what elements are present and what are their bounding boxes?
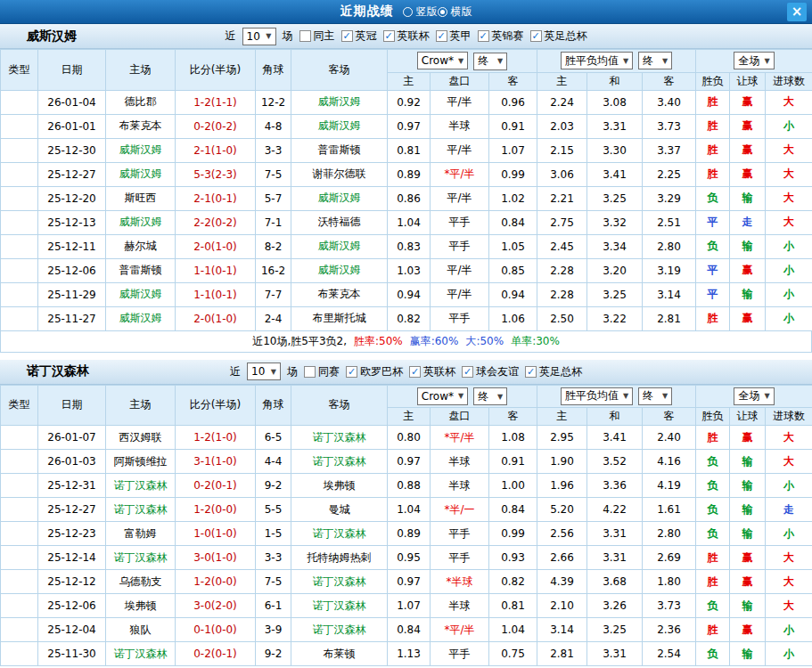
cell-result-handicap: 输 [730,522,766,546]
mean-header-group: 胜平负均值▼终▼ [537,50,696,73]
cell-date: 25-12-06 [38,258,106,282]
checkbox-icon[interactable]: ✓ [341,30,353,42]
col-type: 类型 [1,50,38,91]
cell-score: 3-0(1-0) [176,546,256,570]
cell-score: 1-0(1-0) [176,522,256,546]
dropdown-arrow-icon: ▼ [764,392,769,400]
checkbox-icon[interactable]: ✓ [478,30,489,42]
checkbox-icon[interactable] [304,366,316,378]
layout-radio-horizontal[interactable]: 横版 [438,4,472,20]
cell-odds-away: 0.82 [489,570,537,594]
cell-date: 25-12-31 [38,474,106,498]
cell-corners: 2-4 [256,306,291,330]
checkbox-label: 英锦赛 [492,29,524,44]
filter-checkbox-2[interactable]: ✓英联杯 [409,364,455,379]
cell-odds-home: 0.95 [388,546,431,570]
sub-handicap-result: 让球 [730,408,766,426]
cell-odds-away: 0.75 [489,642,537,666]
cell-result-handicap: 赢 [730,570,766,594]
odds-time-select[interactable]: 终▼ [473,53,507,70]
cell-away-team: 诺丁汉森林 [291,594,388,618]
scope-select[interactable]: 全场▼ [734,387,774,405]
table-row: 英超25-12-06埃弗顿3-0(2-0)6-1诺丁汉森林1.07半球0.812… [1,594,812,618]
scope-select[interactable]: 全场▼ [734,52,774,69]
cell-mean-draw: 3.08 [587,90,643,114]
odds-source-select-value: Crow* [422,54,454,67]
dropdown-arrow-icon: ▼ [497,57,503,65]
mean-time-select[interactable]: 终▼ [638,52,672,69]
cell-handicap: 半球 [431,114,489,138]
checkbox-icon[interactable] [299,30,311,42]
mean-source-select[interactable]: 胜平负均值▼ [561,387,633,405]
team-name: 威斯汉姆 [27,29,77,45]
checkbox-icon[interactable]: ✓ [525,366,537,378]
cell-odds-away: 0.99 [489,162,537,186]
cell-result-goals: 大 [766,186,812,210]
layout-radio-vertical[interactable]: 竖版 [403,4,438,20]
cell-handicap: 半球 [431,450,489,474]
cell-mean-home: 2.03 [537,114,587,138]
filter-checkbox-0[interactable]: 同主 [299,29,335,44]
cell-mean-away: 3.73 [643,114,696,138]
cell-odds-away: 1.02 [489,186,537,210]
checkbox-icon[interactable]: ✓ [409,366,421,378]
filter-checkbox-5[interactable]: ✓英足总杯 [530,29,587,44]
checkbox-label: 同主 [314,29,335,44]
checkbox-icon[interactable]: ✓ [436,30,447,42]
cell-result-outcome: 负 [696,594,730,618]
filter-checkbox-4[interactable]: ✓英足总杯 [525,364,582,379]
cell-date: 25-12-06 [38,594,106,618]
recent-results-popup: 近期战绩 竖版横版 × 威斯汉姆近10▼场同主✓英冠✓英联杯✓英甲✓英锦赛✓英足… [0,0,812,668]
cell-odds-away: 1.07 [489,138,537,162]
checkbox-icon[interactable]: ✓ [383,30,395,42]
col-away: 客场 [291,50,388,91]
section-gap [0,353,812,360]
cell-result-handicap: 输 [730,594,766,618]
cell-result-goals: 大 [766,426,812,450]
table-row: 英冠25-12-27威斯汉姆5-3(2-3)7-5谢菲尔德联0.89*平/半0.… [1,162,812,186]
odds-time-select[interactable]: 终▼ [473,387,507,405]
summary-cover-rate: 赢率:60% [410,335,459,347]
cell-result-outcome: 胜 [696,114,730,138]
games-label: 场 [283,29,293,44]
mean-time-select[interactable]: 终▼ [638,387,672,405]
table-row: 英冠25-12-13威斯汉姆2-2(0-2)7-1沃特福德1.04平手0.842… [1,210,812,234]
cell-result-outcome: 胜 [696,90,730,114]
cell-mean-away: 4.16 [643,450,696,474]
checkbox-icon[interactable]: ✓ [462,366,473,378]
filter-checkbox-0[interactable]: 同赛 [304,364,340,379]
match-count-select[interactable]: 10▼ [247,363,281,380]
cell-mean-draw: 3.25 [587,186,643,210]
cell-mean-home: 2.81 [537,642,587,666]
filter-checkbox-3[interactable]: ✓英甲 [436,29,472,44]
filter-checkbox-1[interactable]: ✓欧罗巴杯 [346,364,403,379]
col-type: 类型 [1,385,38,426]
cell-date: 25-11-30 [38,642,106,666]
mean-source-select[interactable]: 胜平负均值▼ [561,52,633,69]
cell-odds-away: 0.96 [489,90,537,114]
checkbox-icon[interactable]: ✓ [530,30,542,42]
cell-away-team: 布莱顿 [291,642,388,666]
cell-corners: 9-2 [256,474,291,498]
match-count-select[interactable]: 10▼ [242,28,276,45]
cell-home-team: 斯旺西 [106,186,176,210]
cell-date: 25-12-11 [38,234,106,258]
odds-source-select[interactable]: Crow*▼ [417,52,468,69]
close-button[interactable]: × [787,3,807,21]
cell-mean-draw: 3.36 [587,474,643,498]
odds-source-select[interactable]: Crow*▼ [417,387,468,405]
cell-away-team: 曼城 [291,498,388,522]
team-section: 诺丁汉森林近10▼场同赛✓欧罗巴杯✓英联杯✓球会友谊✓英足总杯类型日期主场比分(… [0,360,812,667]
odds-header-group: Crow*▼终▼ [388,385,537,408]
filter-checkbox-3[interactable]: ✓球会友谊 [462,364,519,379]
cell-away-team: 普雷斯顿 [291,138,388,162]
cell-away-team: 诺丁汉森林 [291,450,388,474]
filter-checkbox-4[interactable]: ✓英锦赛 [478,29,524,44]
cell-result-goals: 小 [766,258,812,282]
filter-checkbox-1[interactable]: ✓英冠 [341,29,377,44]
checkbox-icon[interactable]: ✓ [346,366,357,378]
filter-checkbox-2[interactable]: ✓英联杯 [383,29,430,44]
cell-date: 25-12-27 [38,162,106,186]
table-row: 英冠26-01-01布莱克本0-2(0-2)4-8威斯汉姆0.97半球0.912… [1,114,812,138]
odds-header-group: Crow*▼终▼ [388,50,537,73]
